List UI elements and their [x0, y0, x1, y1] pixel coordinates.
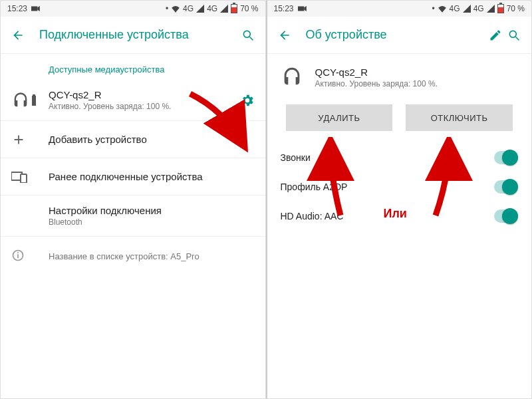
battery-icon	[497, 4, 504, 13]
wifi-icon	[438, 5, 447, 13]
device-status: Активно. Уровень заряда: 100 %.	[49, 102, 240, 111]
camera-icon	[298, 5, 307, 12]
pencil-icon	[489, 29, 502, 42]
status-4g-1: 4G	[450, 4, 460, 13]
back-button[interactable]	[9, 26, 27, 45]
footer-text: Название в списке устройств: A5_Pro	[49, 251, 255, 261]
switch-on-icon[interactable]	[494, 180, 518, 194]
info-icon	[11, 249, 25, 262]
status-4g-2: 4G	[473, 4, 484, 13]
gear-icon	[240, 93, 255, 108]
device-status: Активно. Уровень заряда: 100 %.	[315, 79, 438, 88]
search-button[interactable]	[239, 26, 257, 45]
svg-point-11	[509, 31, 516, 37]
device-name: QCY-qs2_R	[49, 89, 240, 100]
arrow-back-icon	[11, 29, 25, 42]
device-name: QCY-qs2_R	[315, 66, 438, 78]
wifi-icon	[171, 5, 180, 13]
plus-icon	[11, 132, 26, 147]
svg-rect-9	[17, 252, 19, 253]
content-area: Доступные медиаустройства QCY-qs2_R Акти…	[1, 54, 265, 398]
app-bar: Об устройстве	[267, 17, 532, 54]
button-row: УДАЛИТЬ ОТКЛЮЧИТЬ	[267, 95, 532, 143]
toggle-calls[interactable]: Звонки	[267, 143, 532, 172]
svg-line-2	[249, 37, 253, 40]
status-bar: 15:23 • 4G 4G 70 %	[267, 1, 532, 17]
headphones-icon	[281, 66, 303, 88]
arrow-back-icon	[278, 29, 291, 42]
device-settings-button[interactable]	[240, 93, 255, 108]
status-4g-2: 4G	[207, 4, 217, 13]
signal-icon	[463, 5, 471, 13]
content-area: QCY-qs2_R Активно. Уровень заряда: 100 %…	[267, 54, 532, 398]
status-battery: 70 %	[240, 4, 258, 13]
page-title: Подключенные устройства	[39, 28, 239, 42]
device-header: QCY-qs2_R Активно. Уровень заряда: 100 %…	[267, 54, 532, 95]
battery-full-icon	[31, 94, 37, 106]
battery-icon	[231, 4, 237, 13]
delete-button[interactable]: УДАЛИТЬ	[286, 104, 393, 131]
status-time: 15:23	[274, 4, 294, 13]
add-device-row[interactable]: Добавить устройство	[1, 121, 265, 158]
toggle-a2dp[interactable]: Профиль A2DP	[267, 172, 532, 201]
previous-devices-label: Ранее подключенные устройства	[49, 171, 255, 182]
connection-settings-row[interactable]: Настройки подключения Bluetooth	[1, 196, 265, 237]
phone-right: 15:23 • 4G 4G 70 % Об устройстве	[266, 0, 533, 399]
toggle-hd-audio[interactable]: HD Audio: AAC	[267, 201, 532, 231]
status-battery: 70 %	[507, 4, 525, 13]
svg-rect-4	[33, 94, 35, 96]
svg-rect-3	[32, 96, 36, 106]
dot-icon: •	[432, 4, 434, 13]
signal-icon-2	[487, 5, 495, 13]
connection-settings-sub: Bluetooth	[49, 217, 255, 227]
app-bar: Подключенные устройства	[1, 17, 265, 54]
phone-left: 15:23 • 4G 4G 70 % Подключенные устройст…	[0, 0, 266, 399]
footer-row: Название в списке устройств: A5_Pro	[1, 237, 265, 274]
svg-point-1	[243, 31, 250, 37]
search-icon	[241, 29, 255, 42]
signal-icon-2	[220, 5, 228, 13]
page-title: Об устройстве	[306, 28, 487, 42]
svg-line-12	[516, 37, 519, 40]
section-available-media: Доступные медиаустройства	[1, 54, 265, 80]
status-bar: 15:23 • 4G 4G 70 %	[1, 1, 265, 17]
svg-rect-6	[21, 174, 27, 183]
add-device-label: Добавить устройство	[49, 134, 255, 145]
devices-icon	[11, 171, 27, 183]
previous-devices-row[interactable]: Ранее подключенные устройства	[1, 158, 265, 196]
svg-rect-0	[31, 7, 37, 11]
headphones-icon	[11, 91, 30, 110]
svg-rect-8	[17, 254, 19, 258]
search-icon	[507, 29, 521, 42]
switch-on-icon[interactable]	[494, 151, 518, 164]
device-row[interactable]: QCY-qs2_R Активно. Уровень заряда: 100 %…	[1, 80, 265, 121]
signal-icon	[196, 5, 204, 13]
toggle-hd-label: HD Audio: AAC	[281, 211, 495, 221]
camera-icon	[31, 5, 41, 12]
status-time: 15:23	[7, 4, 27, 13]
disconnect-button[interactable]: ОТКЛЮЧИТЬ	[406, 104, 513, 131]
svg-rect-10	[298, 7, 304, 11]
search-button[interactable]	[505, 26, 523, 45]
status-4g-1: 4G	[183, 4, 194, 13]
toggle-calls-label: Звонки	[281, 152, 495, 163]
connection-settings-label: Настройки подключения	[49, 205, 255, 216]
switch-on-icon[interactable]	[494, 209, 518, 223]
back-button[interactable]	[275, 26, 294, 45]
toggle-a2dp-label: Профиль A2DP	[281, 182, 495, 192]
edit-button[interactable]	[486, 26, 505, 45]
dot-icon: •	[166, 4, 168, 13]
